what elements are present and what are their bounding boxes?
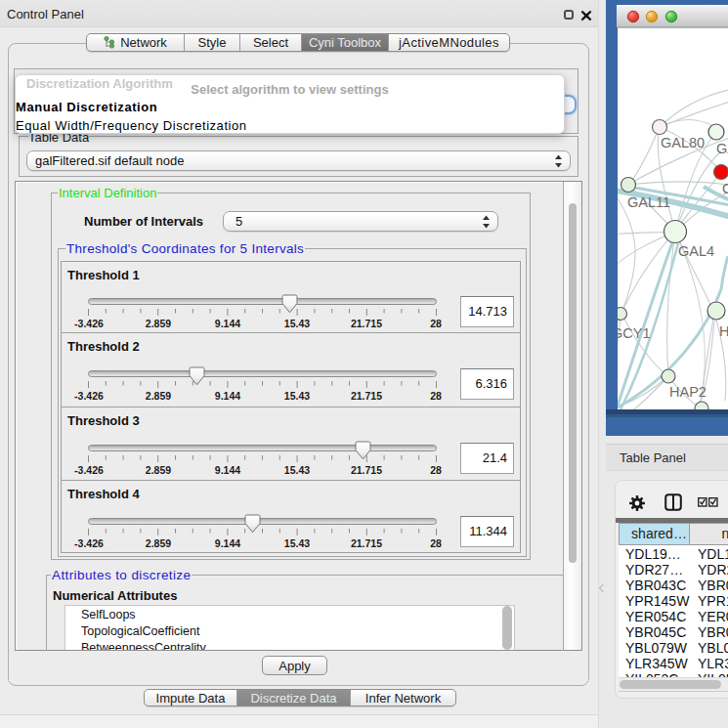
- svg-text:C: C: [722, 181, 728, 196]
- svg-text:HAP2: HAP2: [669, 384, 707, 400]
- svg-text:GAL4: GAL4: [678, 243, 714, 259]
- svg-text:H: H: [719, 323, 728, 339]
- svg-text:GAL80: GAL80: [661, 135, 705, 150]
- svg-text:GA: GA: [716, 141, 728, 156]
- svg-text:GAL11: GAL11: [627, 194, 670, 210]
